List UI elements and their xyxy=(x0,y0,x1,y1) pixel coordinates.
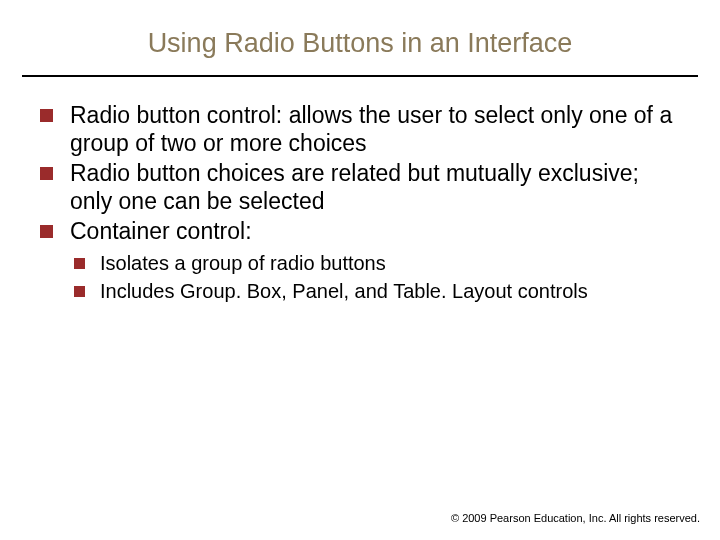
sub-bullet-list: Isolates a group of radio buttons Includ… xyxy=(70,251,686,304)
bullet-item: Container control: xyxy=(34,217,686,245)
bullet-item: Radio button choices are related but mut… xyxy=(34,159,686,215)
slide: Using Radio Buttons in an Interface Radi… xyxy=(0,0,720,540)
title-rule xyxy=(22,75,698,77)
slide-content: Radio button control: allows the user to… xyxy=(0,101,720,304)
bullet-text: Radio button choices are related but mut… xyxy=(70,160,639,214)
copyright: © 2009 Pearson Education, Inc. All right… xyxy=(451,512,700,524)
bullet-text: Radio button control: allows the user to… xyxy=(70,102,672,156)
sub-bullet-item: Isolates a group of radio buttons xyxy=(70,251,686,277)
bullet-list: Radio button control: allows the user to… xyxy=(34,101,686,245)
bullet-item: Radio button control: allows the user to… xyxy=(34,101,686,157)
bullet-text: Container control: xyxy=(70,218,252,244)
sub-bullet-item: Includes Group. Box, Panel, and Table. L… xyxy=(70,279,686,305)
sub-bullet-text: Isolates a group of radio buttons xyxy=(100,252,386,274)
sub-bullet-text: Includes Group. Box, Panel, and Table. L… xyxy=(100,280,588,302)
slide-title: Using Radio Buttons in an Interface xyxy=(0,28,720,75)
